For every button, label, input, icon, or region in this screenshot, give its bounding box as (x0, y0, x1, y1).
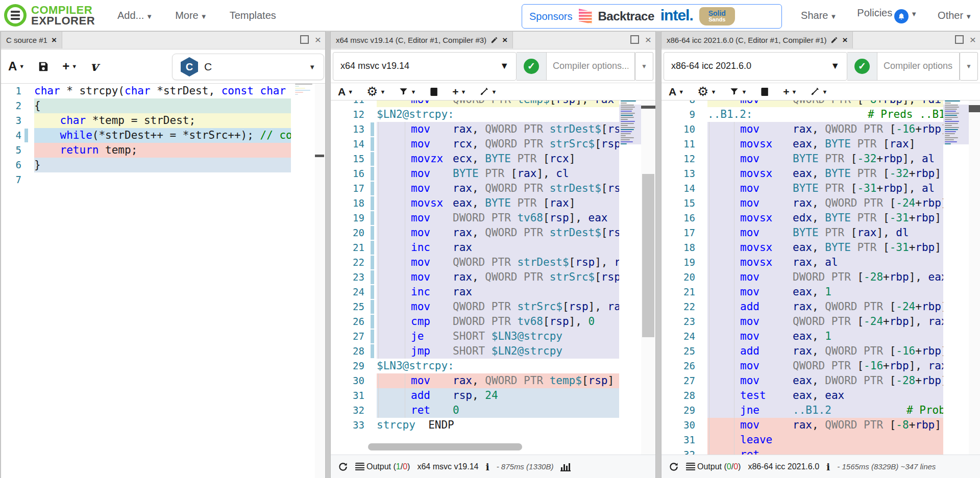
ok-count: 1 (396, 462, 401, 471)
maximize-icon[interactable] (300, 35, 309, 44)
menu-add[interactable]: Add...▼ (117, 10, 153, 21)
bar-chart-icon[interactable] (560, 462, 571, 471)
menu-templates[interactable]: Templates (230, 10, 276, 21)
settings-button[interactable]: ⚙▼ (366, 84, 385, 99)
asm-line: 18movsxeax, BYTE PTR [rax] (331, 196, 655, 211)
asm-line: 19movDWORD PTR tv68[rsp], eax (331, 211, 655, 225)
logo-line2: EXPLORER (31, 15, 95, 26)
compiler-explorer-logo[interactable]: COMPILER EXPLORER (4, 4, 95, 27)
menu-policies[interactable]: Policies▼ (857, 7, 917, 23)
minimap[interactable] (943, 100, 969, 456)
linked-line-marker (371, 137, 374, 151)
tab-icc[interactable]: x86-64 icc 2021.6.0 (C, Editor #1, Compi… (662, 32, 853, 48)
filter-button[interactable]: ▼ (729, 87, 747, 96)
source-toolbar: A▼ +▼ v C C ▼ (1, 49, 325, 84)
intel-logo[interactable]: intel. (660, 7, 693, 24)
icc-asm-editor[interactable]: 8movQWORD PTR [-8+rbp], rdi9..B1.2:# Pre… (662, 100, 980, 456)
chevron-down-icon: ▼ (500, 61, 509, 71)
msvc-statusbar: Output (1/0) x64 msvc v19.14 i - 875ms (… (331, 455, 655, 478)
output-button[interactable]: Output (0/0) (686, 462, 741, 471)
compiler-options-input[interactable] (547, 61, 634, 71)
icc-compiler-select[interactable]: x86-64 icc 2021.6.0 ▼ (664, 52, 847, 81)
close-icon[interactable]: × (315, 36, 321, 43)
language-name: C (204, 61, 303, 73)
backtrace-icon (579, 9, 592, 24)
icc-tabstrip: x86-64 icc 2021.6.0 (C, Editor #1, Compi… (662, 32, 980, 49)
recompile-button[interactable] (669, 462, 679, 472)
vertical-scrollbar[interactable] (315, 84, 325, 478)
compiler-options-input[interactable] (877, 61, 959, 71)
close-icon[interactable]: × (645, 36, 651, 43)
maximize-icon[interactable] (630, 35, 639, 44)
vim-mode-button[interactable]: v (90, 59, 98, 74)
linked-line-marker (371, 315, 374, 329)
compile-status-box: ✓ (517, 52, 547, 81)
menu-more[interactable]: More▼ (175, 10, 207, 21)
horizontal-scrollbar[interactable] (368, 443, 522, 450)
asm-line: 11movQWORD PTR temp$[rsp], rax (331, 100, 655, 107)
add-new-button[interactable]: +▼ (452, 86, 466, 98)
tab-c-source[interactable]: C source #1 × (1, 32, 62, 48)
icc-toolbar: A▼ ⚙▼ ▼ +▼ ▼ (662, 83, 980, 100)
options-dropdown-button[interactable]: ▼ (635, 52, 653, 81)
compiler-name: x64 msvc v19.14 (340, 61, 409, 71)
chevron-down-icon: ▼ (830, 61, 840, 71)
backtrace-logo[interactable]: Backtrace (598, 9, 654, 23)
libraries-button[interactable] (760, 87, 770, 97)
libraries-button[interactable] (429, 87, 439, 97)
gear-icon: ⚙ (697, 84, 708, 99)
asm-line: 24incrax (331, 285, 655, 299)
tab-msvc[interactable]: x64 msvc v19.14 (C, Editor #1, Compiler … (331, 32, 513, 48)
minimap[interactable] (619, 100, 641, 456)
check-circle-icon: ✓ (524, 59, 539, 74)
tools-button[interactable]: ▼ (810, 87, 827, 96)
sponsors-banner[interactable]: Sponsors Backtrace intel. SolidSands (522, 4, 782, 29)
edit-icon[interactable] (491, 36, 498, 44)
minimap[interactable] (293, 84, 315, 478)
linked-line-marker (371, 300, 374, 314)
icc-options-box (877, 52, 960, 81)
msvc-asm-editor[interactable]: 11movQWORD PTR temp$[rsp], rax12$LN2@str… (331, 100, 655, 456)
recompile-button[interactable] (338, 462, 348, 472)
icc-compiler-pane: x86-64 icc 2021.6.0 (C, Editor #1, Compi… (662, 32, 980, 478)
add-pane-button[interactable]: +▼ (62, 59, 77, 73)
sponsors-label: Sponsors (529, 11, 573, 22)
options-dropdown-button[interactable]: ▼ (960, 52, 978, 81)
font-size-button[interactable]: A▼ (669, 86, 684, 98)
vertical-scrollbar[interactable] (969, 100, 980, 456)
asm-line: 26cmpDWORD PTR tv68[rsp], 0 (331, 314, 655, 329)
edit-icon[interactable] (830, 36, 838, 44)
ok-count: 0 (727, 462, 731, 471)
asm-line: 16movBYTE PTR [rax], cl (331, 166, 655, 181)
settings-button[interactable]: ⚙▼ (697, 84, 716, 99)
maximize-icon[interactable] (955, 35, 964, 44)
compile-timing: - 1565ms (8329B) ~347 lines (837, 462, 936, 471)
tools-button[interactable]: ▼ (479, 87, 497, 96)
menu-share[interactable]: Share▼ (801, 10, 837, 21)
info-icon[interactable]: i (485, 461, 489, 472)
linked-line-marker (371, 241, 374, 255)
asm-line: 9..B1.2:# Preds ..B1.2 ..B1.0 (662, 107, 980, 122)
menu-other[interactable]: Other▼ (938, 10, 972, 21)
source-code-editor[interactable]: 1char * strcpy(char *strDest, const char… (1, 84, 325, 478)
close-icon[interactable]: × (502, 35, 507, 45)
msvc-tabstrip: x64 msvc v19.14 (C, Editor #1, Compiler … (331, 32, 655, 49)
chevron-down-icon: ▼ (201, 13, 207, 20)
close-icon[interactable]: × (970, 36, 976, 43)
close-icon[interactable]: × (842, 35, 847, 45)
filter-button[interactable]: ▼ (399, 87, 416, 96)
output-button[interactable]: Output (1/0) (355, 462, 410, 471)
chevron-down-icon: ▼ (146, 13, 153, 20)
add-new-button[interactable]: +▼ (783, 86, 797, 98)
font-size-button[interactable]: A▼ (8, 59, 24, 73)
info-icon[interactable]: i (826, 461, 830, 472)
source-line: 2{ (1, 98, 325, 113)
close-icon[interactable]: × (52, 35, 57, 45)
tab-label: x86-64 icc 2021.6.0 (C, Editor #1, Compi… (667, 36, 826, 44)
save-button[interactable] (38, 61, 49, 72)
language-select[interactable]: C C ▼ (172, 54, 324, 80)
font-size-button[interactable]: A▼ (338, 86, 353, 98)
msvc-compiler-select[interactable]: x64 msvc v19.14 ▼ (333, 52, 517, 81)
solid-sands-logo[interactable]: SolidSands (699, 7, 735, 26)
vertical-scrollbar[interactable] (641, 100, 655, 456)
